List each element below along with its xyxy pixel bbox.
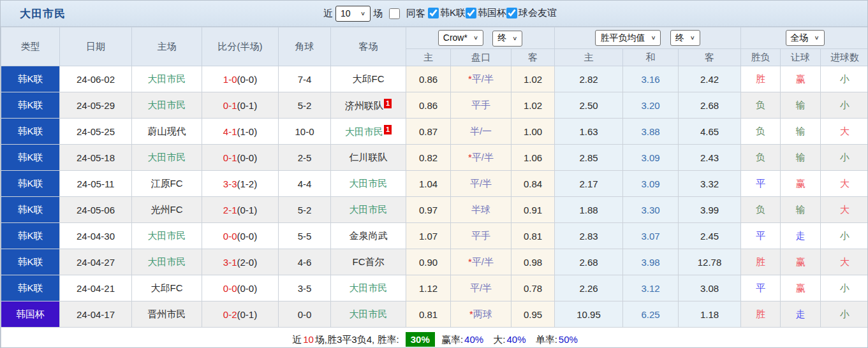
avg-away-cell: 2.43 [679,145,741,171]
handicap-cell: *平/半 [451,66,511,92]
avg-home-cell: 1.88 [555,197,623,223]
home-team-name: 光州FC [151,204,183,215]
match-row: 韩K联24-05-11江原FC3-3(1-2)4-4大田市民1.04平/半0.8… [1,171,868,197]
match-row: 韩K联24-04-27大田市民3-1(2-0)4-6FC首尔0.90*平/半0.… [1,249,868,275]
same-away-checkbox[interactable] [389,8,400,19]
away-team-name: 金泉尚武 [349,230,388,241]
corner-cell: 5-5 [279,223,331,249]
avg-home-cell: 10.95 [555,301,623,328]
home-team-name: 大田市民 [148,152,186,163]
away-odds-cell: 1.06 [511,145,555,171]
match-row: 韩K联24-05-06光州FC2-1(0-1)5-2大田市民0.97半球0.91… [1,197,868,223]
score-cell: 4-1(1-0) [202,119,279,145]
home-team-cell: 光州FC [132,197,202,223]
wdl-result-cell: 负 [741,197,781,223]
result-scope-select[interactable]: 全场 ∨ [786,30,825,46]
home-team-name: 晋州市民 [148,308,186,319]
avg-draw-cell: 3.88 [623,119,679,145]
sub-header-avg-draw: 和 [623,49,679,66]
away-odds-cell: 0.81 [511,223,555,249]
score-cell: 0-2(0-1) [202,301,279,328]
avg-type-select[interactable]: 胜平负均值 ∨ [595,30,661,46]
odds-company-value: Crow* [443,33,467,43]
sub-header-avg-away: 客 [679,49,741,66]
fulltime-score: 0-2 [223,309,237,320]
team-title: 大田市民 [20,6,66,21]
corner-cell: 5-2 [279,92,331,119]
summary-row: 近10场,胜3平3负4, 胜率: 30% 赢率:40% 大:40% 单率:50% [1,328,868,348]
halftime-score: (0-1) [237,205,258,215]
competition-filter-checkbox[interactable] [428,8,439,18]
score-cell: 0-1(0-1) [202,92,279,119]
home-odds-cell: 1.12 [406,275,451,301]
home-team-name: 江原FC [151,178,183,189]
handicap-cell: *两球 [451,301,511,328]
home-odds-cell: 1.04 [406,171,451,197]
goals-result-cell: 大 [821,249,868,275]
match-history-panel: 大田市民 近 10 ∨ 场 同客 韩K联韩国杯球会友谊 类型 日期 主场 [0,0,868,348]
handicap-result-cell: 输 [781,119,821,145]
halftime-score: (0-1) [237,309,258,320]
competition-cell: 韩K联 [1,92,60,119]
win-odds-label: 赢率: [441,334,463,345]
handicap-result-cell: 赢 [781,66,821,92]
away-team-cell: FC首尔 [331,249,406,275]
match-date-cell: 24-05-29 [60,92,132,119]
handicap-cell: *平/半 [451,249,511,275]
goals-result-cell: 大 [821,119,868,145]
match-row: 韩K联24-04-21大邱FC0-0(0-0)3-5大田市民1.12平/半0.7… [1,275,868,301]
fulltime-score: 4-1 [223,126,237,137]
match-date-cell: 24-05-06 [60,197,132,223]
chevron-down-icon: ∨ [651,34,656,41]
avg-state-value: 终 [675,33,684,44]
match-row: 韩K联24-06-02大田市民1-0(0-0)7-4大邱FC0.86*平/半1.… [1,66,868,92]
score-cell: 0-0(0-0) [202,275,279,301]
score-cell: 3-3(1-2) [202,171,279,197]
home-odds-cell: 0.97 [406,197,451,223]
away-team-cell: 大邱FC [331,66,406,92]
handicap-cell: 平/半 [451,171,511,197]
goals-result-cell: 小 [821,301,868,328]
avg-draw-cell: 3.20 [623,92,679,119]
wdl-result-cell: 胜 [741,66,781,92]
competition-filter-checkbox[interactable] [506,8,517,18]
halftime-score: (2-0) [237,257,258,268]
away-team-name: 大邱FC [353,73,385,84]
corner-cell: 5-2 [279,197,331,223]
handicap-result-cell: 赢 [781,275,821,301]
away-odds-cell: 1.02 [511,66,555,92]
competition-cell: 韩K联 [1,223,60,249]
corner-cell: 10-0 [279,119,331,145]
odds-company-select[interactable]: Crow* ∨ [438,30,483,46]
sub-header-handicap: 盘口 [451,49,511,66]
halftime-score: (0-0) [237,74,258,85]
match-row: 韩K联24-04-30大田市民0-0(0-0)5-5金泉尚武1.07平手0.81… [1,223,868,249]
fulltime-score: 2-1 [223,205,237,215]
handicap-text: 半/一 [470,126,492,136]
avg-away-cell: 1.18 [679,301,741,328]
odds-state-value: 终 [497,33,506,44]
goals-result-cell: 小 [821,145,868,171]
away-team-name: 大田市民 [349,282,388,293]
halftime-score: (0-1) [237,100,258,111]
handicap-result-cell: 走 [781,301,821,328]
corner-cell: 4-6 [279,249,331,275]
goals-result-cell: 小 [821,92,868,119]
fulltime-score: 0-1 [223,100,237,111]
odds-state-select[interactable]: 终 ∨ [492,31,522,47]
filter-toolbar: 近 10 ∨ 场 同客 韩K联韩国杯球会友谊 [321,1,557,26]
match-row: 韩国杯24-04-17晋州市民0-2(0-1)0-0大田市民0.81*两球0.9… [1,301,868,328]
away-team-cell: 大田市民1 [331,119,406,145]
match-count-select[interactable]: 10 ∨ [335,6,371,22]
halftime-score: (1-0) [237,126,258,137]
score-cell: 2-1(0-1) [202,197,279,223]
avg-state-select[interactable]: 终 ∨ [670,30,700,46]
home-odds-cell: 0.90 [406,249,451,275]
competition-filter-label: 韩K联 [440,7,466,19]
competition-filter-checkbox[interactable] [466,8,476,18]
handicap-cell: *平/半 [451,145,511,171]
card-badge: 1 [384,125,392,134]
matches-label: 场 [373,8,383,20]
fulltime-score: 0-0 [223,231,237,242]
col-header-type: 类型 [1,27,60,66]
